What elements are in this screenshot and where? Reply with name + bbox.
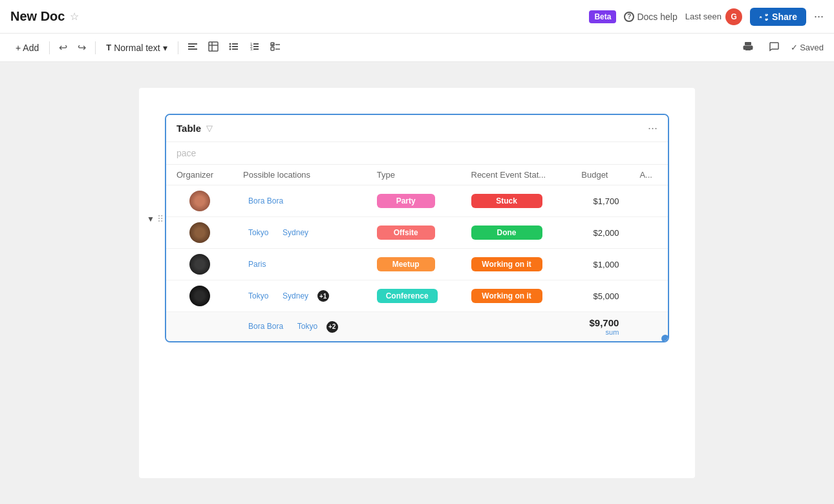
table-title: Table [176, 123, 201, 134]
type-badge: Offsite [377, 226, 435, 240]
docs-help-label: Docs help [637, 12, 677, 22]
chevron-down-icon: ▾ [163, 43, 167, 53]
extra-cell [629, 280, 668, 312]
location-tag[interactable]: Tokyo [243, 290, 273, 302]
block-controls: ▼ ⠿ [147, 214, 164, 224]
doc-title: New Doc [10, 9, 65, 24]
organizer-cell [166, 280, 233, 312]
table-row: Paris Meetup Working on it $1,000 [166, 249, 668, 280]
type-badge: Party [377, 194, 435, 208]
filter-icon[interactable]: ▽ [206, 123, 213, 133]
location-tag[interactable]: Sydney [277, 290, 314, 302]
drag-handle[interactable]: ⠿ [157, 214, 164, 224]
location-tag[interactable]: Tokyo [292, 320, 323, 332]
print-icon [743, 41, 753, 52]
table-header-row: Organizer Possible locations Type Recent… [166, 165, 668, 185]
table-row: Bora Bora Party Stuck $1,700 [166, 185, 668, 217]
svg-rect-19 [271, 47, 274, 50]
svg-point-6 [229, 43, 231, 45]
table-more-button[interactable]: ··· [648, 121, 658, 135]
text-style-T: T [106, 43, 111, 52]
locations-cell: Tokyo Sydney [233, 217, 367, 249]
type-cell: Meetup [367, 249, 461, 280]
extra-cell [629, 249, 668, 280]
location-tag[interactable]: Bora Bora [243, 195, 288, 207]
svg-text:3.: 3. [250, 47, 253, 51]
help-icon: ? [624, 12, 634, 22]
status-cell: Done [461, 217, 572, 249]
status-cell: Working on it [461, 280, 572, 312]
location-tag[interactable]: Sydney [277, 227, 314, 238]
svg-point-8 [229, 46, 231, 48]
type-cell: Conference [367, 280, 461, 312]
top-bar-left: New Doc ☆ [10, 9, 79, 24]
page-area: ▼ ⠿ Table ▽ ··· pace [0, 62, 834, 504]
share-icon [759, 12, 768, 21]
resize-handle[interactable] [661, 335, 669, 342]
svg-rect-9 [232, 46, 238, 47]
svg-rect-1 [188, 46, 195, 47]
svg-rect-15 [253, 46, 259, 47]
collapse-arrow[interactable]: ▼ [147, 215, 155, 224]
comment-button[interactable] [765, 39, 783, 57]
summary-organizer [166, 312, 233, 342]
type-cell: Offsite [367, 217, 461, 249]
share-button[interactable]: Share [750, 8, 806, 26]
text-style-label: Normal text [114, 43, 160, 53]
locations-cell: Bora Bora [233, 185, 367, 217]
locations-cell: Tokyo Sydney +1 [233, 280, 367, 312]
col-header-locations: Possible locations [233, 165, 367, 185]
status-badge: Stuck [471, 194, 542, 208]
redo-button[interactable]: ↪ [74, 39, 90, 56]
user-avatar: G [725, 8, 742, 25]
print-button[interactable] [739, 39, 757, 57]
avatar [189, 286, 210, 306]
numbered-list-button[interactable]: 1.2.3. [246, 39, 264, 56]
status-badge: Working on it [471, 257, 542, 271]
table-title-row: Table ▽ [176, 123, 213, 134]
align-left-button[interactable] [184, 39, 202, 56]
sum-label: sum [581, 328, 619, 336]
toolbar-divider-3 [178, 41, 178, 54]
avatar [189, 191, 210, 211]
location-tag[interactable]: Bora Bora [243, 320, 288, 332]
locations-cell: Paris [233, 249, 367, 280]
status-cell: Stuck [461, 185, 572, 217]
summary-locations: Bora Bora Tokyo +2 [233, 312, 367, 342]
table-header-bar: Table ▽ ··· [166, 115, 668, 142]
location-tag[interactable]: Tokyo [243, 227, 273, 238]
avatar [189, 254, 210, 275]
svg-rect-22 [745, 42, 751, 45]
checklist-button[interactable] [266, 39, 284, 56]
col-header-budget: Budget [571, 165, 629, 185]
top-bar: New Doc ☆ Beta ? Docs help Last seen G S… [0, 0, 834, 34]
text-style-dropdown[interactable]: T Normal text ▾ [101, 40, 173, 56]
beta-badge: Beta [589, 10, 616, 23]
col-header-status: Recent Event Stat... [461, 165, 572, 185]
toolbar-divider-2 [95, 41, 96, 54]
svg-rect-7 [232, 43, 238, 45]
bullet-list-button[interactable] [225, 39, 243, 56]
add-button[interactable]: + Add [10, 40, 44, 56]
last-seen-label: Last seen [685, 12, 722, 21]
undo-button[interactable]: ↩ [55, 39, 71, 56]
table-widget: Table ▽ ··· pace Organizer Possible loca… [165, 114, 669, 342]
align-left-icon [187, 41, 198, 52]
location-tag[interactable]: Paris [243, 258, 271, 270]
summary-type [367, 312, 461, 342]
star-icon[interactable]: ☆ [70, 10, 79, 23]
sum-amount: $9,700 [581, 317, 619, 328]
doc-page: ▼ ⠿ Table ▽ ··· pace [139, 88, 695, 478]
add-label: + Add [16, 43, 39, 53]
svg-rect-11 [232, 48, 238, 50]
last-seen: Last seen G [685, 8, 742, 25]
location-count-badge: +2 [326, 321, 338, 333]
status-badge: Working on it [471, 289, 542, 303]
table-button[interactable] [204, 39, 222, 56]
top-bar-right: Beta ? Docs help Last seen G Share ··· [589, 8, 824, 26]
more-options-button[interactable]: ··· [814, 10, 824, 23]
docs-help-button[interactable]: ? Docs help [624, 12, 677, 22]
svg-rect-17 [253, 48, 259, 50]
toolbar-divider-1 [49, 41, 50, 54]
svg-rect-13 [253, 43, 259, 45]
